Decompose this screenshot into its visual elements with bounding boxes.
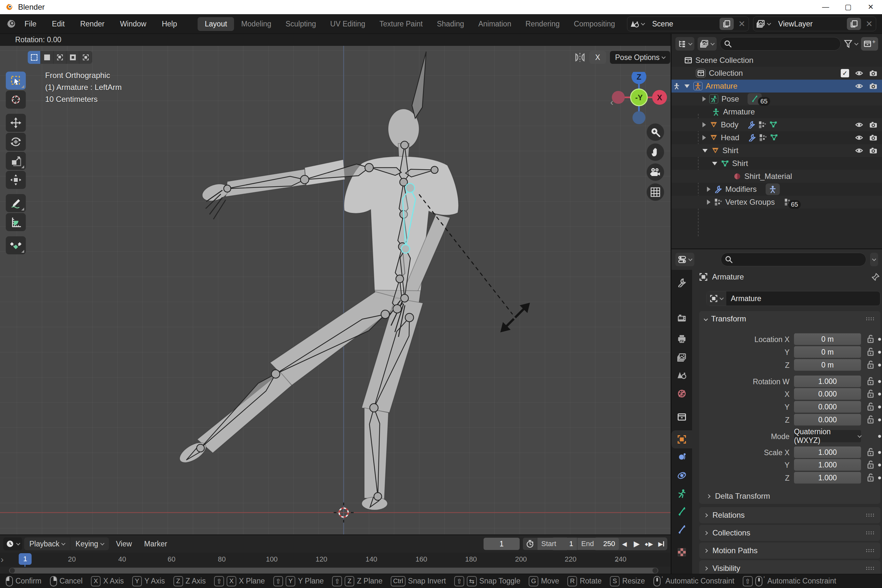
transform-panel-title[interactable]: Transform xyxy=(711,314,746,323)
timeline-scrollbar[interactable] xyxy=(9,568,658,573)
mirror-x-button[interactable]: X xyxy=(589,51,606,64)
scene-icon[interactable] xyxy=(627,17,648,31)
row-body[interactable]: Body xyxy=(672,118,882,131)
end-frame-field[interactable]: End 250 xyxy=(577,538,619,550)
tool-move[interactable] xyxy=(6,114,26,132)
object-id-name[interactable]: Armature xyxy=(726,294,880,303)
tab-output[interactable] xyxy=(672,330,692,348)
tab-bone-constraints[interactable] xyxy=(672,520,692,538)
tab-render[interactable] xyxy=(672,309,692,327)
previous-frame-button[interactable]: ◀ xyxy=(618,537,630,550)
outliner-search-input[interactable] xyxy=(720,37,841,51)
scene-selector[interactable]: Scene ✕ xyxy=(627,16,749,31)
breadcrumb-label[interactable]: Armature xyxy=(712,272,744,281)
current-frame-field[interactable]: 1 xyxy=(483,538,520,550)
render-visibility-icon[interactable] xyxy=(869,134,878,141)
tab-constraints[interactable] xyxy=(672,448,692,466)
animate-dot[interactable] xyxy=(878,351,881,354)
render-visibility-icon[interactable] xyxy=(869,82,878,90)
workspace-tab-compositing[interactable]: Compositing xyxy=(567,17,622,31)
rotation-x-field[interactable]: 0.000 xyxy=(794,388,861,400)
tab-bone[interactable] xyxy=(672,502,692,520)
tab-object[interactable] xyxy=(672,430,692,448)
view-menu[interactable]: View xyxy=(111,540,137,548)
mirror-x-icon[interactable] xyxy=(574,52,585,63)
hide-icon[interactable] xyxy=(855,70,863,77)
collections-panel[interactable]: Collections xyxy=(699,525,880,541)
outliner-filter-button[interactable] xyxy=(844,40,858,48)
tab-tool[interactable] xyxy=(672,274,692,292)
lock-icon[interactable] xyxy=(866,447,875,457)
panel-drag-handle[interactable] xyxy=(866,317,875,321)
tool-cursor[interactable] xyxy=(6,91,26,109)
row-shirt-material[interactable]: Shirt_Material xyxy=(672,170,882,183)
lock-icon[interactable] xyxy=(866,472,875,482)
expander[interactable] xyxy=(702,122,706,128)
tab-view-layer[interactable] xyxy=(672,348,692,366)
ruler-expand-icon[interactable]: › xyxy=(1,555,3,565)
properties-search-input[interactable] xyxy=(721,253,866,266)
camera-view-button[interactable] xyxy=(646,164,664,181)
animate-dot[interactable] xyxy=(878,477,881,479)
viewport-3d[interactable]: Rotation: 0.00 X Pose Options Front Orth… xyxy=(0,34,670,534)
tab-object-data[interactable] xyxy=(672,484,692,502)
animate-dot[interactable] xyxy=(878,418,881,422)
select-mode-new[interactable] xyxy=(28,51,40,64)
viewlayer-icon[interactable] xyxy=(753,17,774,31)
workspace-tab-texture-paint[interactable]: Texture Paint xyxy=(372,17,430,31)
hide-icon[interactable] xyxy=(855,147,863,154)
animate-dot[interactable] xyxy=(878,435,881,438)
lock-icon[interactable] xyxy=(866,376,875,386)
close-button[interactable]: ✕ xyxy=(860,0,882,14)
animate-dot[interactable] xyxy=(878,393,881,396)
ortho-toggle-button[interactable] xyxy=(646,183,664,201)
lock-icon[interactable] xyxy=(866,334,875,344)
menu-help[interactable]: Help xyxy=(154,14,185,33)
timeline-ruler[interactable]: 20 40 60 80 100 120 140 160 180 200 220 … xyxy=(0,552,670,567)
menu-file[interactable]: File xyxy=(17,14,44,33)
expander[interactable] xyxy=(707,200,711,205)
ruler-collapse-icon[interactable]: ‹ xyxy=(616,555,619,565)
expander[interactable] xyxy=(702,135,706,140)
scene-name[interactable]: Scene xyxy=(648,20,720,28)
tool-rotate[interactable] xyxy=(6,133,26,151)
hide-icon[interactable] xyxy=(855,82,863,90)
tool-scale[interactable] xyxy=(6,152,26,170)
pose-options-dropdown[interactable]: Pose Options xyxy=(610,51,670,64)
workspace-tab-sculpting[interactable]: Sculpting xyxy=(279,17,323,31)
play-button[interactable]: ▶ xyxy=(630,537,643,550)
tab-world[interactable] xyxy=(672,385,692,403)
keying-menu[interactable]: Keying xyxy=(70,537,109,550)
region-collapse-icon[interactable]: ‹ xyxy=(610,97,614,108)
expander[interactable] xyxy=(702,96,706,102)
navigation-gizmo[interactable]: Z X -Y xyxy=(609,72,670,127)
render-visibility-icon[interactable] xyxy=(869,121,878,128)
relations-panel[interactable]: Relations xyxy=(699,507,880,523)
lock-icon[interactable] xyxy=(866,389,875,399)
hide-icon[interactable] xyxy=(855,134,863,141)
select-mode-extend[interactable] xyxy=(40,51,54,64)
jump-to-end-button[interactable]: ▶ xyxy=(655,537,667,550)
row-collection[interactable]: Collection ✓ xyxy=(672,67,882,80)
rotation-mode-dropdown[interactable]: Quaternion (WXYZ) xyxy=(794,430,861,442)
tool-pose-breakdowner[interactable] xyxy=(6,236,26,254)
workspace-tab-modeling[interactable]: Modeling xyxy=(234,17,278,31)
maximize-button[interactable]: ▢ xyxy=(837,0,860,14)
scale-y-field[interactable]: 1.000 xyxy=(794,459,861,471)
row-scene-collection[interactable]: Scene Collection xyxy=(672,54,882,67)
workspace-tab-uv-editing[interactable]: UV Editing xyxy=(323,17,372,31)
object-id-field[interactable]: Armature xyxy=(706,291,880,306)
animate-dot[interactable] xyxy=(878,464,881,466)
tab-texture[interactable] xyxy=(672,543,692,561)
viewlayer-name[interactable]: ViewLayer xyxy=(774,20,847,28)
hide-icon[interactable] xyxy=(855,121,863,128)
panel-drag-handle[interactable] xyxy=(866,531,875,535)
menu-render[interactable]: Render xyxy=(72,14,112,33)
expander[interactable] xyxy=(702,149,708,153)
animate-dot[interactable] xyxy=(878,451,881,454)
pan-button[interactable] xyxy=(646,144,664,161)
panel-drag-handle[interactable] xyxy=(866,513,875,518)
rotation-z-field[interactable]: 0.000 xyxy=(794,414,861,426)
minimize-button[interactable]: — xyxy=(814,0,837,14)
viewlayer-selector[interactable]: ViewLayer ✕ xyxy=(753,16,876,31)
